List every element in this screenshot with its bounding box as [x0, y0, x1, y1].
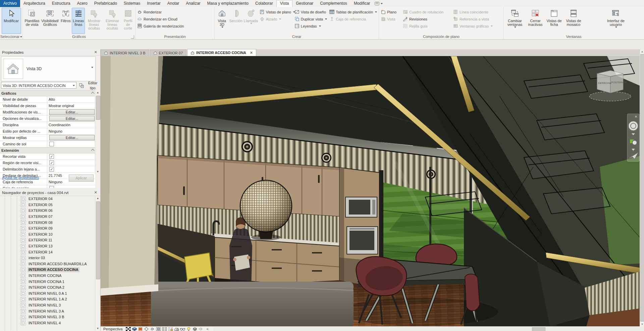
properties-help-link[interactable]: Ayuda de propiedades	[2, 176, 39, 180]
tree-item[interactable]: interior 03	[0, 255, 95, 261]
render-dialog-icon[interactable]	[156, 327, 161, 331]
menu-arquitectura[interactable]: Arquitectura	[20, 0, 49, 7]
tree-item[interactable]: EXTERIOR 14	[0, 249, 95, 255]
scroll-down-icon[interactable]: ▼	[95, 170, 100, 174]
detail-level-icon[interactable]	[132, 327, 137, 331]
duplicate-view-button[interactable]: Duplicar vista	[293, 15, 329, 22]
menu-complementos[interactable]: Complementos	[317, 0, 351, 7]
ribbon-state-icon[interactable]	[374, 0, 384, 7]
lock-3d-view-icon[interactable]	[174, 327, 179, 331]
checkbox[interactable]: ✓	[49, 154, 54, 159]
scroll-up-icon[interactable]: ▲	[640, 49, 644, 54]
prop-value[interactable]: Coordinación	[47, 122, 95, 128]
tree-item[interactable]: EXTERIOR 05	[0, 202, 95, 208]
tab-views-button[interactable]: Vistas de ficha	[545, 8, 563, 34]
group-label-seleccionar[interactable]: Seleccionar	[0, 34, 22, 39]
switch-windows-button[interactable]: Cambiar ventanas	[504, 8, 525, 34]
view-tab-active[interactable]: INTERIOR ACCESO COCINA ✕	[187, 49, 256, 56]
tree-item-selected[interactable]: INTERIOR ACCESO COCINA	[0, 267, 95, 273]
browser-close-icon[interactable]: ✕	[94, 190, 98, 194]
plan-views-button[interactable]: Vistas de plano	[259, 8, 293, 15]
sheet-button[interactable]: Plano	[380, 8, 402, 15]
menu-archivo[interactable]: Archivo	[0, 0, 20, 7]
render-cloud-button[interactable]: Renderizar en Cloud	[136, 15, 214, 22]
modify-button[interactable]: Modificar	[2, 8, 21, 34]
tree-item[interactable]: EXTERIOR 09	[0, 226, 95, 232]
callout-button[interactable]: Llamada	[243, 8, 259, 34]
view-templates-button[interactable]: Plantillas de vista	[23, 8, 41, 34]
view-tab[interactable]: INTERIOR NIVEL 3 B	[101, 49, 149, 56]
tree-item[interactable]: INTERIOR COCINA 2	[0, 285, 95, 291]
viewcube-face-posterior[interactable]: POSTERIOR	[611, 81, 627, 84]
sun-path-icon[interactable]	[144, 327, 149, 331]
element-selector-caret-icon[interactable]	[91, 67, 93, 68]
scope-box-button[interactable]: Caja de referencia	[328, 15, 378, 22]
place-view-button[interactable]: Vista	[380, 15, 402, 22]
user-interface-button[interactable]: Interfaz de usuario	[604, 8, 627, 34]
navbar-close-icon[interactable]: ✕	[635, 115, 637, 119]
steering-wheel-icon[interactable]	[629, 121, 638, 131]
prop-value[interactable]: Ninguno	[47, 128, 95, 134]
ceiling-speaker[interactable]	[321, 153, 331, 163]
checkbox[interactable]: ✓	[49, 160, 54, 165]
menu-prefabricado[interactable]: Prefabricado	[91, 0, 120, 7]
tree-item[interactable]: INTERIOR COCINA 1	[0, 279, 95, 285]
guide-grid-button[interactable]: Rejilla guía	[402, 22, 452, 30]
tree-item[interactable]: EXTERIOR 07	[0, 214, 95, 220]
left-wall[interactable]	[101, 56, 163, 296]
tree-item[interactable]: EXTERIOR 08	[0, 220, 95, 226]
menu-estructura[interactable]: Estructura	[49, 0, 74, 7]
menu-colaborar[interactable]: Colaborar	[252, 0, 276, 7]
viewport-3d[interactable]: DERECHA POSTERIOR ✕	[101, 56, 640, 326]
menu-anotar[interactable]: Anotar	[164, 0, 182, 7]
cut-profile-button[interactable]: Perfil de corte	[121, 8, 135, 34]
legends-button[interactable]: Leyendas	[293, 22, 329, 30]
prop-value[interactable]: Alto	[47, 96, 95, 102]
tile-views-button[interactable]: Vistas de mosaico	[563, 8, 584, 34]
show-hidden-lines-button[interactable]: Mostrar líneas ocultas	[85, 8, 103, 34]
edit-button[interactable]: Editar...	[49, 116, 95, 121]
tree-item[interactable]: INTERIOR COCINA	[0, 273, 95, 279]
tree-item[interactable]: EXTERIOR 04	[0, 196, 95, 202]
apply-button[interactable]: Aplicar	[69, 175, 94, 182]
section-graficos[interactable]: Gráficos	[0, 90, 95, 96]
tree-item[interactable]: INTERIOR ACCESO BUHARDILLA	[0, 261, 95, 267]
tree-item[interactable]: INTERIOR NIVEL 0 A 1	[0, 291, 95, 297]
element-type-selector[interactable]: Vista 3D	[1, 56, 96, 81]
section-extension[interactable]: Extensión	[0, 147, 95, 153]
revisions-button[interactable]: Revisiones	[402, 15, 452, 22]
tree-item[interactable]: EXTERIOR 13	[0, 243, 95, 249]
title-block-button[interactable]: Cuadro de rotulación	[402, 8, 452, 15]
drafting-view-button[interactable]: Vista de diseño	[293, 8, 329, 15]
render-gallery-button[interactable]: Galería de renderización	[136, 22, 214, 30]
shadows-icon[interactable]	[150, 327, 155, 331]
close-inactive-button[interactable]: Cerrar inactivas	[525, 8, 545, 34]
collapse-bar-icon[interactable]: <	[204, 327, 211, 331]
edit-button[interactable]: Editar...	[49, 135, 95, 140]
scroll-up-icon[interactable]: ▲	[95, 196, 100, 201]
matchline-button[interactable]: Línea coincidente	[452, 8, 502, 15]
tree-item[interactable]: INTERIOR NIVEL 3	[0, 302, 95, 309]
checkbox[interactable]: ✓	[49, 167, 54, 172]
view-3d-button[interactable]: Vista 3D	[215, 8, 228, 34]
crop-view-icon[interactable]	[162, 327, 167, 331]
elevation-button[interactable]: Alzado	[259, 15, 293, 22]
show-crop-icon[interactable]	[168, 327, 173, 331]
menu-analizar[interactable]: Analizar	[182, 0, 204, 7]
temporary-hide-icon[interactable]	[186, 327, 191, 331]
tree-item[interactable]: EXTERIOR 10	[0, 232, 95, 238]
type-selector-combo[interactable]: Vista 3D: INTERIOR ACCESO COCIN	[1, 82, 76, 89]
section-button[interactable]: Sección	[228, 8, 243, 34]
scroll-up-icon[interactable]: ▲	[95, 90, 100, 95]
reveal-hidden-icon[interactable]	[180, 327, 185, 331]
vertical-scrollbar[interactable]: ▲ ▼	[640, 49, 644, 326]
prop-value[interactable]: Mostrar original	[47, 103, 95, 109]
menu-gestionar[interactable]: Gestionar	[292, 0, 317, 7]
filters-button[interactable]: Filtros	[59, 8, 72, 34]
properties-scrollbar[interactable]: ▲ ▼	[95, 90, 100, 174]
edit-button[interactable]: Editar...	[49, 109, 95, 115]
scale-icon[interactable]	[126, 327, 131, 331]
view-reference-button[interactable]: 1 Referencia a vista	[452, 15, 502, 22]
horizontal-scrollbar[interactable]	[213, 327, 640, 331]
properties-close-icon[interactable]: ✕	[94, 50, 98, 54]
